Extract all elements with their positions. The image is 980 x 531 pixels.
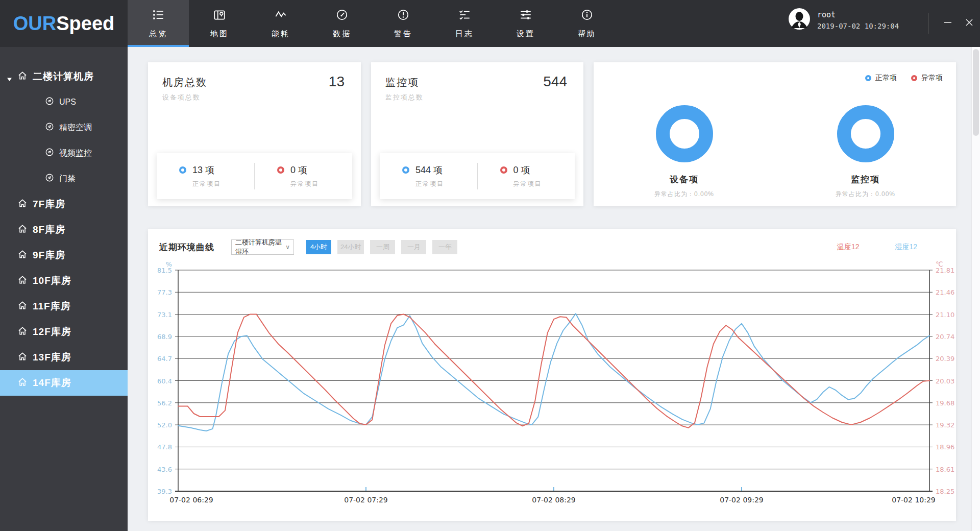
user-menu[interactable]: root 2019-07-02 10:29:04 [788, 8, 899, 32]
range-button-year[interactable]: 一年 [432, 240, 457, 254]
normal-stat: 13 项 正常项目 [157, 153, 254, 199]
normal-count: 13 [192, 165, 203, 175]
nav-item-settings[interactable]: 设置 [495, 0, 556, 47]
donut-note: 异常占比为：0.00% [594, 190, 775, 199]
home-icon [17, 70, 28, 83]
home-icon [17, 326, 28, 338]
range-button-24h[interactable]: 24小时 [337, 240, 364, 254]
nav-item-log[interactable]: 日志 [434, 0, 495, 47]
normal-count: 544 [415, 165, 431, 175]
svg-text:19.32: 19.32 [936, 421, 954, 429]
settings-icon [519, 8, 532, 23]
card-subtitle: 监控项总数 [385, 93, 424, 102]
nav-item-data[interactable]: 数据 [311, 0, 373, 47]
sidebar-item-9f[interactable]: 9F库房 [0, 243, 128, 268]
nav-item-alert[interactable]: 警告 [373, 0, 434, 47]
room-selector-dropdown[interactable]: 二楼计算机房温湿环 ∨ [231, 239, 294, 255]
sidebar-item-label: 门禁 [59, 174, 76, 184]
range-button-week[interactable]: 一周 [370, 240, 395, 254]
sidebar-item-access-control[interactable]: 门禁 [0, 166, 128, 191]
chart-title: 近期环境曲线 [159, 242, 214, 253]
legend-temperature[interactable]: 温度12 [837, 243, 860, 252]
normal-unit: 项 [205, 165, 214, 175]
minimize-button[interactable] [937, 0, 959, 47]
sidebar-item-8f[interactable]: 8F库房 [0, 217, 128, 243]
nav-item-energy[interactable]: 能耗 [250, 0, 311, 47]
minimize-icon [943, 17, 952, 30]
sidebar-item-label: UPS [59, 98, 76, 107]
abnormal-ring-icon [500, 166, 507, 174]
logo-text-secondary: Speed [56, 13, 114, 35]
nav-label: 能耗 [272, 29, 290, 39]
abnormal-ring-icon [277, 166, 284, 174]
home-icon [17, 224, 28, 236]
sidebar-item-10f[interactable]: 10F库房 [0, 268, 128, 294]
nav-item-help[interactable]: 帮助 [556, 0, 618, 47]
caret-down-icon [7, 75, 12, 84]
sidebar-item-label: 二楼计算机房 [33, 70, 94, 83]
gauge-icon [45, 173, 54, 184]
sidebar-item-11f[interactable]: 11F库房 [0, 294, 128, 319]
svg-text:43.6: 43.6 [157, 466, 172, 473]
svg-text:℃: ℃ [936, 261, 943, 268]
gauge-icon [45, 148, 54, 159]
sidebar-item-13f[interactable]: 13F库房 [0, 345, 128, 370]
donut-label: 监控项 [775, 174, 956, 185]
card-total-value: 13 [329, 74, 345, 90]
rooms-summary-card: 机房总数 13 设备项总数 13 项 正常项目 0 项 异常项目 [148, 62, 361, 206]
scrollbar-thumb[interactable] [973, 49, 979, 136]
titlebar-divider [928, 13, 928, 34]
svg-text:%: % [166, 261, 172, 268]
scrollbar[interactable] [971, 47, 980, 531]
gauge-icon [45, 96, 54, 108]
nav-item-map[interactable]: 地图 [189, 0, 250, 47]
svg-text:07-02 07:29: 07-02 07:29 [344, 496, 387, 504]
abnormal-unit: 项 [298, 165, 307, 175]
sidebar-item-video-monitor[interactable]: 视频监控 [0, 140, 128, 166]
sidebar-item-label: 视频监控 [59, 148, 92, 159]
nav-label: 地图 [210, 29, 229, 39]
sidebar-item-label: 10F库房 [33, 274, 71, 287]
abnormal-count: 0 [290, 165, 296, 175]
device-donut-block: 设备项 异常占比为：0.00% [594, 105, 775, 199]
stat-panel: 13 项 正常项目 0 项 异常项目 [157, 153, 352, 199]
nav-label: 警告 [394, 29, 412, 39]
range-button-month[interactable]: 一月 [401, 240, 426, 254]
sidebar-item-12f[interactable]: 12F库房 [0, 319, 128, 345]
abnormal-stat: 0 项 异常项目 [255, 153, 352, 199]
nav-label: 数据 [333, 29, 351, 39]
monitor-donut-block: 监控项 异常占比为：0.00% [775, 105, 956, 199]
nav-label: 设置 [517, 29, 535, 39]
close-button[interactable] [959, 0, 980, 47]
sidebar-item-precision-ac[interactable]: 精密空调 [0, 115, 128, 140]
device-donut-chart [656, 105, 713, 162]
energy-icon [274, 8, 287, 23]
series-legend: 温度12 湿度12 [837, 243, 917, 252]
legend-label: 异常项 [921, 74, 943, 83]
nav-item-overview[interactable]: 总览 [128, 0, 189, 47]
legend-item-abnormal: 异常项 [911, 74, 943, 83]
abnormal-caption: 异常项目 [290, 180, 319, 188]
sidebar-item-7f[interactable]: 7F库房 [0, 191, 128, 217]
donut-note: 异常占比为：0.00% [775, 190, 956, 199]
sidebar-item-label: 8F库房 [33, 223, 65, 236]
sidebar-item-14f[interactable]: 14F库房 [0, 370, 128, 396]
monitors-summary-card: 监控项 544 监控项总数 544 项 正常项目 0 项 异常项目 [371, 62, 583, 206]
home-icon [17, 275, 28, 287]
range-button-4h[interactable]: 4小时 [306, 240, 331, 254]
svg-text:21.10: 21.10 [936, 311, 954, 319]
svg-text:20.03: 20.03 [936, 377, 954, 385]
sidebar-item-ups[interactable]: UPS [0, 89, 128, 115]
sidebar-item-room-2f[interactable]: 二楼计算机房 [0, 64, 128, 89]
abnormal-count: 0 [513, 165, 519, 175]
card-subtitle: 设备项总数 [162, 93, 201, 102]
alert-icon [397, 8, 410, 23]
legend-humidity[interactable]: 湿度12 [895, 243, 917, 252]
abnormal-unit: 项 [521, 165, 530, 175]
environment-line-chart: 81.521.8177.321.4673.121.1068.920.7464.7… [148, 261, 956, 521]
chevron-down-icon: ∨ [285, 244, 290, 251]
sidebar-item-label: 13F库房 [33, 351, 71, 364]
svg-text:21.46: 21.46 [936, 288, 954, 296]
normal-caption: 正常项目 [415, 180, 444, 188]
normal-ring-icon [179, 166, 186, 174]
